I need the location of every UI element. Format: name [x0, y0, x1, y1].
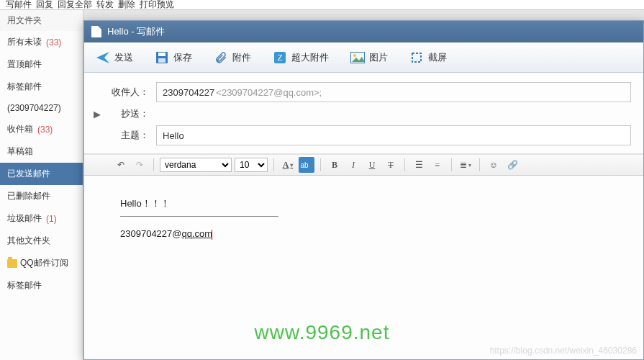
main-toolbar-item[interactable]: 打印预览	[140, 0, 174, 10]
sidebar-item-other-folders[interactable]: 其他文件夹	[0, 230, 83, 252]
send-button[interactable]: 发送	[91, 48, 137, 68]
numbered-list-button[interactable]: ≡	[430, 157, 445, 173]
svg-rect-7	[412, 53, 421, 62]
image-icon	[350, 50, 365, 65]
window-title-bar[interactable]: Hello - 写邮件	[84, 21, 643, 42]
italic-button[interactable]: I	[345, 157, 361, 173]
redo-button[interactable]: ↷	[132, 157, 148, 173]
align-button[interactable]: ≣	[458, 157, 473, 173]
save-icon	[155, 50, 169, 65]
subject-input[interactable]	[156, 125, 631, 145]
paperclip-icon	[214, 50, 228, 65]
subject-label: 主题：	[106, 129, 149, 142]
underline-button[interactable]: U	[364, 157, 380, 173]
editor-toolbar: ↶ ↷ verdana 10 A ab B I U T ☰ ≡ ≣ ☺	[84, 154, 643, 176]
sidebar-item-inbox[interactable]: 收件箱(33)	[0, 118, 83, 140]
sidebar-item-deleted[interactable]: 已删除邮件	[0, 185, 83, 207]
sidebar-item-qq-subscribe[interactable]: QQ邮件订阅	[0, 252, 83, 274]
svg-rect-1	[158, 53, 165, 56]
svg-rect-2	[158, 58, 165, 63]
undo-button[interactable]: ↶	[113, 157, 129, 173]
link-button[interactable]: 🔗	[504, 157, 520, 173]
svg-point-6	[353, 54, 356, 57]
main-toolbar-item[interactable]: 写邮件	[6, 0, 32, 10]
main-toolbar-item[interactable]: 转发	[96, 0, 114, 10]
document-icon	[91, 26, 101, 37]
editor-line: Hello！！！	[120, 197, 607, 210]
expand-cc-arrow[interactable]: ▶	[89, 109, 106, 120]
text-caret	[212, 230, 212, 240]
sidebar-item-sent[interactable]: 已发送邮件	[0, 163, 83, 185]
emoji-button[interactable]: ☺	[486, 157, 502, 173]
highlight-color-button[interactable]: ab	[299, 157, 314, 173]
sidebar-header: 用文件夹	[0, 10, 83, 31]
bold-button[interactable]: B	[327, 157, 343, 173]
to-label: 收件人：	[106, 86, 149, 99]
editor-line: 2309704227@qq.com	[120, 228, 607, 240]
insert-image-button[interactable]: 图片	[346, 48, 392, 68]
window-title: Hello - 写邮件	[107, 25, 165, 38]
sidebar-item-pinned[interactable]: 置顶邮件	[0, 53, 83, 76]
header-fields: 收件人： 2309704227<2309704227@qq.com>; ▶ 抄送…	[84, 73, 643, 154]
app-main-toolbar: 写邮件 回复 回复全部 转发 删除 打印预览	[0, 0, 644, 10]
main-toolbar-item[interactable]: 删除	[118, 0, 135, 10]
send-icon	[96, 50, 110, 65]
main-toolbar-item[interactable]: 回复	[36, 0, 53, 10]
big-attachment-button[interactable]: Z 超大附件	[268, 48, 333, 68]
attach-button[interactable]: 附件	[209, 48, 255, 68]
folder-icon	[7, 259, 17, 268]
screenshot-icon	[409, 50, 424, 65]
compose-toolbar: 发送 保存 附件 Z 超大附件 图片	[84, 42, 643, 73]
save-button[interactable]: 保存	[150, 48, 196, 68]
screenshot-button[interactable]: 截屏	[405, 48, 451, 68]
font-color-button[interactable]: A	[280, 157, 296, 173]
folder-sidebar: 用文件夹 所有未读(33) 置顶邮件 标签邮件 (2309704227) 收件箱…	[0, 10, 83, 360]
horizontal-rule	[120, 216, 278, 217]
sidebar-item-tagged-2[interactable]: 标签邮件	[0, 274, 83, 297]
workspace: Hello - 写邮件 发送 保存 附件 Z 超大附件	[83, 10, 644, 360]
bullet-list-button[interactable]: ☰	[411, 157, 427, 173]
editor-body[interactable]: Hello！！！ 2309704227@qq.com	[84, 176, 643, 359]
font-family-select[interactable]: verdana	[160, 158, 232, 172]
sidebar-item-drafts[interactable]: 草稿箱	[0, 140, 83, 163]
sidebar-item-all-unread[interactable]: 所有未读(33)	[0, 31, 83, 53]
compose-window: Hello - 写邮件 发送 保存 附件 Z 超大附件	[83, 20, 644, 360]
main-toolbar-item[interactable]: 回复全部	[58, 0, 92, 10]
sidebar-item-account[interactable]: (2309704227)	[0, 98, 83, 118]
to-input[interactable]: 2309704227<2309704227@qq.com>;	[156, 82, 631, 102]
svg-text:Z: Z	[278, 53, 283, 62]
big-attachment-icon: Z	[273, 50, 287, 65]
font-size-select[interactable]: 10	[235, 158, 268, 172]
sidebar-item-tagged[interactable]: 标签邮件	[0, 76, 83, 98]
sidebar-item-spam[interactable]: 垃圾邮件(1)	[0, 207, 83, 230]
strikethrough-button[interactable]: T	[383, 157, 399, 173]
cc-label: 抄送：	[106, 107, 149, 120]
